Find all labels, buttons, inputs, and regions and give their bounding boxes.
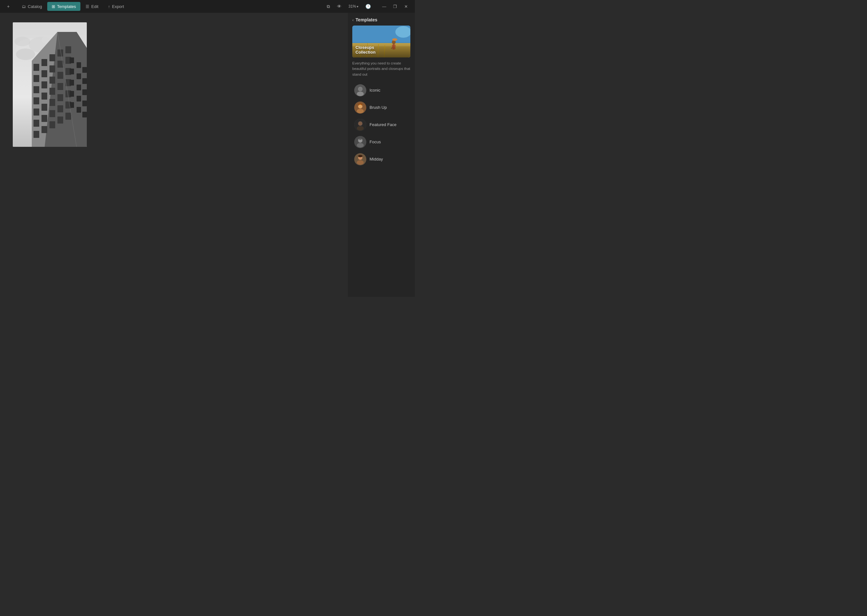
export-icon: ↑ xyxy=(108,4,110,9)
svg-rect-53 xyxy=(82,90,87,95)
add-button[interactable]: + xyxy=(4,2,13,11)
svg-rect-35 xyxy=(33,120,39,127)
right-panel: ‹ Templates xyxy=(348,13,415,297)
collection-banner-label: Closeups Collection xyxy=(355,45,375,55)
template-thumb-featuredface xyxy=(354,119,366,131)
edit-icon: ☰ xyxy=(85,4,90,9)
svg-point-104 xyxy=(358,155,363,157)
svg-point-81 xyxy=(357,91,364,96)
template-item-featuredface[interactable]: Featured Face xyxy=(350,116,413,134)
svg-rect-47 xyxy=(82,67,87,73)
svg-rect-51 xyxy=(69,80,74,86)
maximize-button[interactable]: ❐ xyxy=(390,2,400,11)
collection-desc: Everything you need to create beautiful … xyxy=(348,61,415,82)
svg-rect-25 xyxy=(33,97,39,104)
catalog-icon: 🗂 xyxy=(22,4,26,9)
template-item-midday[interactable]: Midday xyxy=(350,151,413,168)
template-item-focus[interactable]: Focus xyxy=(350,134,413,151)
minimize-button[interactable]: — xyxy=(379,2,389,11)
template-thumb-focus xyxy=(354,136,366,148)
svg-point-82 xyxy=(358,87,362,91)
svg-rect-44 xyxy=(65,113,71,120)
svg-rect-54 xyxy=(69,91,74,97)
svg-rect-58 xyxy=(77,107,81,113)
svg-rect-38 xyxy=(57,105,63,112)
chevron-down-icon: ▾ xyxy=(357,5,358,8)
template-name-focus: Focus xyxy=(369,140,381,144)
svg-rect-20 xyxy=(33,86,39,93)
svg-rect-40 xyxy=(33,131,39,138)
svg-rect-16 xyxy=(41,70,47,77)
svg-rect-48 xyxy=(69,69,74,74)
svg-rect-12 xyxy=(49,54,55,61)
svg-rect-50 xyxy=(82,78,87,84)
template-thumb-midday xyxy=(354,153,366,165)
collection-banner[interactable]: Closeups Collection xyxy=(352,25,410,57)
templates-icon: ⊞ xyxy=(52,4,55,9)
svg-rect-10 xyxy=(33,64,39,71)
zoom-control[interactable]: 31% ▾ xyxy=(347,3,360,9)
svg-rect-30 xyxy=(33,108,39,116)
svg-rect-21 xyxy=(41,82,47,88)
svg-rect-11 xyxy=(41,59,47,66)
svg-rect-15 xyxy=(33,75,39,82)
svg-rect-88 xyxy=(354,102,366,114)
export-tab[interactable]: ↑ Export xyxy=(104,2,128,11)
svg-rect-22 xyxy=(49,77,55,83)
svg-rect-57 xyxy=(69,102,74,108)
svg-rect-26 xyxy=(41,93,47,100)
svg-point-6 xyxy=(14,37,30,46)
svg-rect-33 xyxy=(57,94,63,101)
svg-rect-14 xyxy=(65,46,71,53)
template-item-brushup[interactable]: Brush Up xyxy=(350,99,413,116)
svg-rect-42 xyxy=(49,121,55,128)
template-item-iconic[interactable]: Iconic xyxy=(350,82,413,99)
photo-canvas xyxy=(13,22,87,147)
eye-button[interactable]: 👁 xyxy=(335,3,343,10)
template-thumb-brushup xyxy=(354,102,366,114)
history-button[interactable]: 🕐 xyxy=(363,3,373,10)
template-name-iconic: Iconic xyxy=(369,88,380,93)
svg-rect-28 xyxy=(57,83,63,90)
svg-rect-49 xyxy=(77,74,81,79)
titlebar-right: ⧉ 👁 31% ▾ 🕐 — ❐ ✕ xyxy=(325,2,411,11)
template-name-featuredface: Featured Face xyxy=(369,122,397,127)
svg-rect-52 xyxy=(77,85,81,90)
window-controls: — ❐ ✕ xyxy=(379,2,411,11)
svg-rect-36 xyxy=(41,115,47,122)
template-list: Iconic Brush xyxy=(348,82,415,168)
svg-rect-56 xyxy=(82,101,87,106)
template-thumb-iconic xyxy=(354,84,366,96)
svg-rect-43 xyxy=(57,116,63,124)
templates-tab[interactable]: ⊞ Templates xyxy=(47,2,80,11)
svg-rect-32 xyxy=(49,99,55,106)
svg-rect-17 xyxy=(49,65,55,72)
close-button[interactable]: ✕ xyxy=(401,2,411,11)
svg-rect-37 xyxy=(49,110,55,117)
panel-header: ‹ Templates xyxy=(348,13,415,25)
template-name-brushup: Brush Up xyxy=(369,105,387,110)
svg-point-98 xyxy=(359,138,362,140)
svg-point-96 xyxy=(357,143,364,148)
svg-rect-93 xyxy=(354,119,366,131)
svg-rect-55 xyxy=(77,96,81,102)
svg-rect-23 xyxy=(57,72,63,79)
back-button[interactable]: ‹ xyxy=(352,17,353,22)
svg-rect-41 xyxy=(41,126,47,133)
svg-rect-46 xyxy=(77,62,81,68)
titlebar: + 🗂 Catalog ⊞ Templates ☰ Edit ↑ Export … xyxy=(0,0,415,13)
svg-rect-59 xyxy=(82,112,87,118)
catalog-tab[interactable]: 🗂 Catalog xyxy=(17,2,47,11)
svg-rect-31 xyxy=(41,104,47,111)
photo-area xyxy=(0,13,348,297)
edit-tab[interactable]: ☰ Edit xyxy=(81,2,103,11)
view-toggle-button[interactable]: ⧉ xyxy=(325,3,332,11)
svg-rect-45 xyxy=(69,57,74,63)
template-name-midday: Midday xyxy=(369,157,383,162)
svg-rect-13 xyxy=(57,49,63,57)
panel-title: Templates xyxy=(355,17,377,22)
svg-point-4 xyxy=(16,49,35,60)
nav-tabs: 🗂 Catalog ⊞ Templates ☰ Edit ↑ Export xyxy=(17,2,129,11)
svg-rect-27 xyxy=(49,88,55,95)
main-layout: ‹ Templates xyxy=(0,13,415,297)
